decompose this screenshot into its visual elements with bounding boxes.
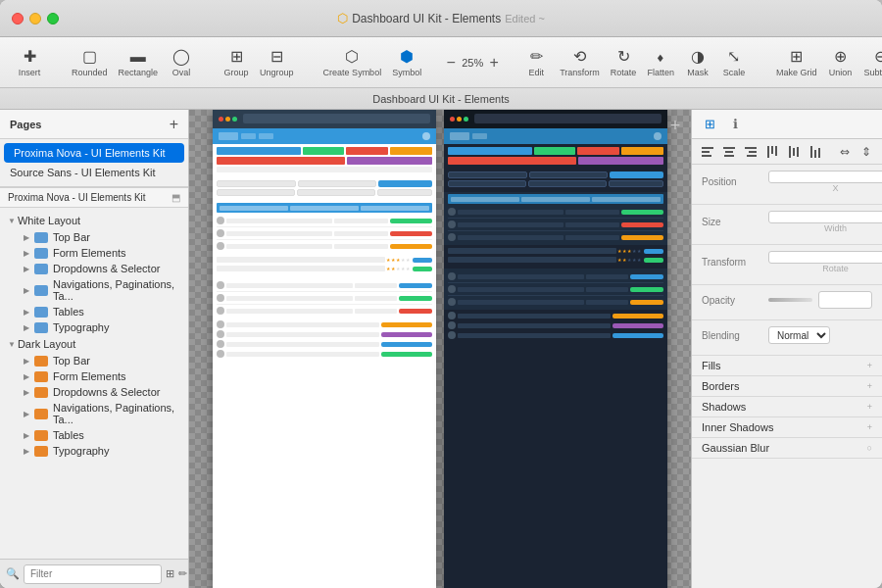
blending-select[interactable]: Normal bbox=[768, 326, 830, 344]
distribute-h-button[interactable]: ⇔ bbox=[835, 143, 855, 161]
badge-red-2 bbox=[399, 309, 432, 314]
rotate-button[interactable]: ↻ Rotate bbox=[606, 43, 642, 81]
dark-more-row-3 bbox=[448, 331, 663, 339]
dark-avatar-2 bbox=[448, 220, 456, 228]
tab-inspect[interactable]: ℹ bbox=[723, 114, 747, 135]
group-button[interactable]: ⊞ Group bbox=[219, 43, 254, 81]
layer-tables-white[interactable]: ▶ Tables bbox=[0, 304, 188, 319]
opacity-slider[interactable] bbox=[768, 298, 812, 302]
flatten-button[interactable]: ⬧ Flatten bbox=[642, 44, 679, 81]
create-symbol-icon: ⬡ bbox=[345, 47, 359, 66]
union-button[interactable]: ⊕ Union bbox=[822, 43, 858, 81]
layer-typography-dark[interactable]: ▶ Typography bbox=[0, 443, 188, 459]
dark-nav-logo bbox=[450, 132, 469, 140]
toolbar-group-shapes: ▢ Rounded ▬ Rectangle ◯ Oval bbox=[63, 43, 203, 81]
zoom-out-button[interactable]: − bbox=[442, 54, 460, 72]
align-bottom-button[interactable] bbox=[806, 143, 825, 161]
page-item-source-sans[interactable]: Source Sans - UI Elements Kit bbox=[0, 163, 188, 182]
layer-top-bar-white[interactable]: ▶ Top Bar bbox=[0, 229, 188, 245]
dark-btn-submit bbox=[610, 172, 663, 178]
layer-top-bar-dark[interactable]: ▶ Top Bar bbox=[0, 353, 188, 368]
dark-layout-header[interactable]: ▼ Dark Layout bbox=[0, 335, 188, 353]
dark-more-row-2 bbox=[448, 321, 663, 329]
more-badge-3 bbox=[381, 342, 432, 347]
make-grid-button[interactable]: ⊞ Make Grid bbox=[771, 43, 822, 81]
align-center-button[interactable] bbox=[719, 143, 739, 161]
folder-icon-dropdowns-white bbox=[34, 264, 48, 274]
layer-tables-dark[interactable]: ▶ Tables bbox=[0, 427, 188, 443]
avatar-6 bbox=[217, 307, 224, 315]
distribute-v-button[interactable]: ⇕ bbox=[857, 143, 876, 161]
search-magnifier-icon: 🔍 bbox=[6, 567, 20, 580]
tab-design[interactable]: ⊞ bbox=[698, 114, 721, 135]
rotate-input[interactable] bbox=[768, 251, 882, 264]
dark-more-name-3 bbox=[458, 333, 611, 338]
opacity-value-input[interactable] bbox=[818, 291, 872, 309]
fills-section[interactable]: Fills + bbox=[692, 356, 882, 376]
fullscreen-button[interactable] bbox=[47, 13, 59, 24]
close-button[interactable] bbox=[12, 13, 24, 24]
x-input[interactable] bbox=[768, 171, 882, 183]
mask-button[interactable]: ◑ Mask bbox=[680, 43, 715, 81]
borders-section[interactable]: Borders + bbox=[692, 376, 882, 397]
layer-dropdowns-white[interactable]: ▶ Dropdowns & Selector bbox=[0, 261, 188, 276]
dark-more-name-1 bbox=[458, 314, 611, 318]
align-top-button[interactable] bbox=[762, 143, 782, 161]
scale-button[interactable]: ⤡ Scale bbox=[716, 43, 752, 81]
table2-row-3 bbox=[217, 305, 432, 317]
align-middle-button[interactable] bbox=[784, 143, 804, 161]
layer-nav-dark[interactable]: ▶ Navigations, Paginations, Ta... bbox=[0, 400, 188, 427]
dark-td-name-3 bbox=[458, 235, 564, 240]
rounded-icon: ▢ bbox=[82, 47, 97, 66]
transform-button[interactable]: ⟲ Transform bbox=[555, 43, 605, 81]
layer-form-elements-dark[interactable]: ▶ Form Elements bbox=[0, 368, 188, 384]
symbol-button[interactable]: ⬢ Symbol bbox=[387, 43, 426, 81]
layer-dropdowns-dark[interactable]: ▶ Dropdowns & Selector bbox=[0, 384, 188, 400]
create-symbol-button[interactable]: ⬡ Create Symbol bbox=[318, 43, 387, 81]
layer-typography-white[interactable]: ▶ Typography bbox=[0, 319, 188, 335]
layer-selector-button[interactable]: Proxima Nova - UI Elements Kit ⬒ bbox=[8, 192, 180, 203]
dark-bar-orange bbox=[621, 147, 663, 155]
more-row-4 bbox=[217, 350, 432, 358]
toolbar-group-group: ⊞ Group ⊟ Ungroup bbox=[215, 43, 303, 81]
table2-row-1 bbox=[217, 279, 432, 292]
width-input[interactable] bbox=[768, 211, 882, 223]
search-action-icon[interactable]: ⊞ bbox=[166, 567, 174, 580]
size-label: Size bbox=[702, 217, 768, 227]
filter-icon[interactable]: ✏ bbox=[178, 567, 187, 580]
zoom-in-button[interactable]: + bbox=[485, 54, 503, 72]
white-layout-header[interactable]: ▼ White Layout bbox=[0, 212, 188, 229]
align-left-button[interactable] bbox=[698, 143, 717, 161]
shadows-section[interactable]: Shadows + bbox=[692, 397, 882, 417]
layer-nav-white[interactable]: ▶ Navigations, Paginations, Ta... bbox=[0, 276, 188, 304]
ava-m1 bbox=[217, 320, 224, 328]
inner-shadows-section[interactable]: Inner Shadows + bbox=[692, 417, 882, 438]
action-btn-2 bbox=[413, 267, 432, 271]
rectangle-button[interactable]: ▬ Rectangle bbox=[114, 44, 164, 81]
align-right-button[interactable] bbox=[741, 143, 760, 161]
ab-dark-more bbox=[444, 310, 667, 341]
edit-button[interactable]: ✏ Edit bbox=[518, 43, 554, 81]
toolbar-group-boolean: ⊞ Make Grid ⊕ Union ⊖ Subtract ⊗ Interse… bbox=[767, 43, 882, 81]
canvas-area[interactable]: ★ ★ ★ ★ ★ ★ ★ bbox=[189, 110, 691, 588]
canvas-add-button[interactable]: + bbox=[665, 116, 685, 135]
rounded-button[interactable]: ▢ Rounded bbox=[67, 43, 113, 81]
sidebar: Pages + Proxima Nova - UI Elements Kit S… bbox=[0, 110, 189, 588]
btn-submit bbox=[378, 180, 432, 187]
subtract-button[interactable]: ⊖ Subtract bbox=[858, 43, 882, 81]
layer-form-elements-white[interactable]: ▶ Form Elements bbox=[0, 245, 188, 261]
gaussian-blur-section[interactable]: Gaussian Blur ○ bbox=[692, 438, 882, 459]
search-input[interactable] bbox=[24, 564, 162, 584]
dark-ava-m3 bbox=[448, 331, 456, 339]
dark-table-row-1 bbox=[448, 206, 663, 219]
form-row-1 bbox=[217, 180, 432, 187]
insert-button[interactable]: ✚ Insert bbox=[12, 43, 47, 81]
oval-button[interactable]: ◯ Oval bbox=[164, 43, 199, 81]
dark-more-row-1 bbox=[448, 312, 663, 319]
add-page-button[interactable]: + bbox=[170, 117, 178, 132]
opacity-section: Opacity bbox=[692, 285, 882, 320]
union-icon: ⊕ bbox=[834, 47, 847, 66]
minimize-button[interactable] bbox=[29, 13, 41, 24]
page-item-proxima[interactable]: Proxima Nova - UI Elements Kit bbox=[4, 143, 184, 163]
ungroup-button[interactable]: ⊟ Ungroup bbox=[255, 43, 299, 81]
